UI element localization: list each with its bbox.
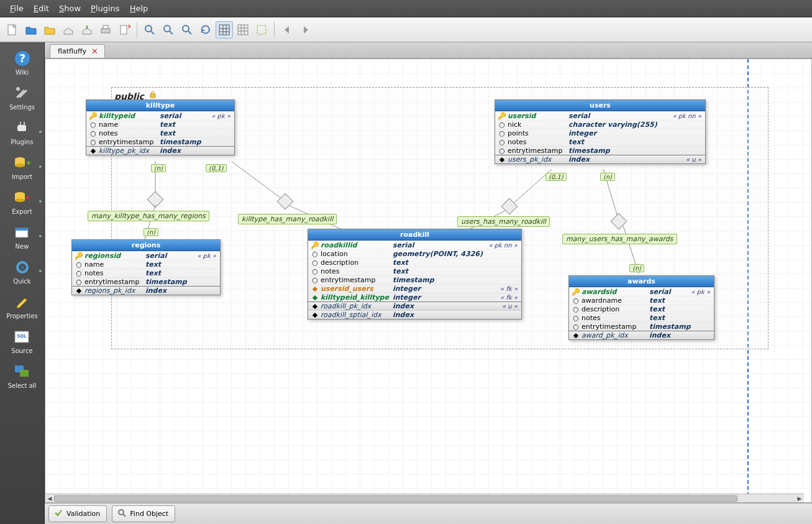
entity-title: killtype xyxy=(86,100,234,111)
menu-show[interactable]: Show xyxy=(54,2,86,15)
relation-label[interactable]: killtype_has_many_roadkill xyxy=(238,214,337,224)
scroll-left-icon[interactable]: ◀ xyxy=(45,494,54,503)
diamond-icon: ◆ xyxy=(312,312,318,318)
cardinality: (0,1) xyxy=(206,164,227,172)
menu-file[interactable]: File xyxy=(5,2,29,15)
menu-help[interactable]: Help xyxy=(125,2,153,15)
menu-plugins[interactable]: Plugins xyxy=(86,2,125,15)
svg-rect-2 xyxy=(103,25,108,29)
button-label: Find Object xyxy=(130,510,168,518)
find-object-button[interactable]: Find Object xyxy=(112,505,175,522)
svg-point-30 xyxy=(15,163,25,167)
select-all-icon xyxy=(12,363,32,380)
horizontal-scrollbar[interactable]: ◀ ▶ xyxy=(45,494,804,502)
relation-label[interactable]: many_killtype_has_many_regions xyxy=(88,211,209,221)
left-sidebar: ? Wiki Settings Plugins Import Export Ne… xyxy=(0,42,45,524)
circle-icon: ○ xyxy=(312,269,318,275)
circle-icon: ○ xyxy=(499,131,505,137)
entity-title: users xyxy=(495,100,705,111)
cardinality: (n) xyxy=(144,228,158,236)
entity-title: regions xyxy=(72,240,220,251)
tab-flatfluffy[interactable]: flatfluffy ✕ xyxy=(50,44,105,58)
sidebar-item-properties[interactable]: Properties xyxy=(4,291,41,322)
sidebar-item-label: Wiki xyxy=(16,69,29,76)
relation-label[interactable]: many_users_has_many_awards xyxy=(562,234,677,244)
select-area-icon[interactable] xyxy=(253,21,270,39)
grid-small-icon[interactable] xyxy=(234,21,252,39)
inbox-open-icon[interactable] xyxy=(60,21,77,39)
svg-point-37 xyxy=(21,265,24,269)
circle-icon: ○ xyxy=(90,139,96,145)
svg-point-9 xyxy=(183,25,189,32)
sidebar-item-import[interactable]: Import xyxy=(4,152,41,183)
svg-rect-26 xyxy=(20,122,21,125)
help-icon: ? xyxy=(12,50,32,67)
svg-point-33 xyxy=(15,198,25,202)
nav-forward-icon[interactable] xyxy=(297,21,314,39)
key-icon: 🔑 xyxy=(90,113,96,119)
grid-large-icon[interactable] xyxy=(216,21,233,39)
circle-icon: ○ xyxy=(312,277,318,283)
zoom-out-icon[interactable] xyxy=(160,21,177,39)
open-folder-icon[interactable] xyxy=(22,21,40,39)
svg-point-24 xyxy=(16,87,20,91)
key-icon: 🔑 xyxy=(76,253,82,259)
diagram-canvas[interactable]: public killtype 🔑killtypeidserial« pk » … xyxy=(45,58,812,503)
svg-line-10 xyxy=(188,31,191,34)
zoom-fit-icon[interactable] xyxy=(178,21,196,39)
zoom-in-icon[interactable] xyxy=(141,21,158,39)
sidebar-item-label: Settings xyxy=(9,104,35,111)
svg-rect-1 xyxy=(101,29,110,33)
svg-line-8 xyxy=(170,31,173,34)
cardinality: (n) xyxy=(629,264,644,272)
svg-point-55 xyxy=(119,510,124,515)
svg-rect-35 xyxy=(16,228,28,231)
refresh-icon[interactable] xyxy=(197,21,214,39)
inbox-save-icon[interactable] xyxy=(78,21,96,39)
window-new-icon xyxy=(12,224,32,241)
search-icon xyxy=(117,508,126,519)
entity-title: awards xyxy=(569,276,714,287)
sidebar-item-new[interactable]: New xyxy=(4,221,41,252)
diamond-icon: ◆ xyxy=(499,157,505,163)
close-icon[interactable]: ✕ xyxy=(91,47,98,56)
delete-file-icon[interactable]: × xyxy=(116,21,133,39)
open-folder-alt-icon[interactable] xyxy=(41,21,58,39)
new-file-icon[interactable] xyxy=(4,21,21,39)
circle-icon: ○ xyxy=(573,306,579,313)
validation-button[interactable]: Validation xyxy=(48,505,107,522)
svg-rect-54 xyxy=(150,94,155,98)
sidebar-item-quick[interactable]: Quick xyxy=(4,256,41,287)
key-icon: 🔑 xyxy=(312,242,318,249)
gear-icon xyxy=(12,259,32,276)
svg-text:SQL: SQL xyxy=(17,334,27,339)
relation-label[interactable]: users_has_many_roadkill xyxy=(457,216,550,227)
sidebar-item-wiki[interactable]: ? Wiki xyxy=(4,47,41,78)
check-icon xyxy=(54,508,63,519)
svg-rect-41 xyxy=(20,370,29,377)
sidebar-item-export[interactable]: Export xyxy=(4,186,41,218)
sidebar-item-settings[interactable]: Settings xyxy=(4,82,41,113)
entity-regions[interactable]: regions 🔑regionsidserial« pk » ○nametext… xyxy=(71,239,221,295)
print-icon[interactable] xyxy=(97,21,114,39)
bottom-bar: Validation Find Object xyxy=(45,503,812,524)
circle-icon: ○ xyxy=(499,148,505,154)
work-area: flatfluffy ✕ xyxy=(45,42,812,524)
entity-roadkill[interactable]: roadkill 🔑roadkillidserial« pk nn » ○loc… xyxy=(308,229,522,319)
sidebar-item-select-all[interactable]: Select all xyxy=(4,361,41,392)
diamond-icon: ◆ xyxy=(90,148,96,154)
sidebar-item-plugins[interactable]: Plugins xyxy=(4,117,41,148)
sidebar-item-label: Quick xyxy=(13,278,30,285)
svg-rect-21 xyxy=(257,25,266,34)
diamond-icon: ◆ xyxy=(76,288,82,294)
sidebar-item-label: Export xyxy=(12,208,32,215)
nav-back-icon[interactable] xyxy=(278,21,296,39)
entity-killtype[interactable]: killtype 🔑killtypeidserial« pk » ○namete… xyxy=(86,99,235,155)
sidebar-item-source[interactable]: SQL Source xyxy=(4,326,41,357)
svg-rect-11 xyxy=(219,25,229,35)
entity-awards[interactable]: awards 🔑awardsidserial« pk » ○awardnamet… xyxy=(568,275,714,340)
entity-users[interactable]: users 🔑usersidserial« pk nn » ○nickchara… xyxy=(495,99,706,164)
scroll-thumb[interactable] xyxy=(54,495,737,502)
scroll-right-icon[interactable]: ▶ xyxy=(795,494,804,503)
menu-edit[interactable]: Edit xyxy=(29,2,54,15)
